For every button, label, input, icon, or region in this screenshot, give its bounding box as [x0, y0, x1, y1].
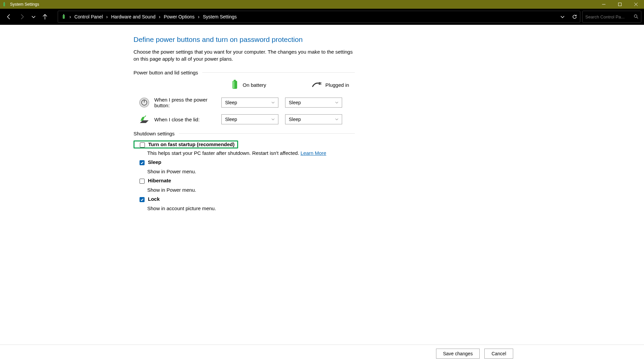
checkbox-lock[interactable] [140, 197, 145, 202]
svg-point-8 [634, 15, 637, 17]
setting-row-close-lid: When I close the lid: Sleep Sleep [133, 113, 355, 125]
chevron-down-icon [271, 118, 275, 121]
recent-locations-button[interactable] [29, 10, 38, 23]
checkbox-sleep[interactable] [140, 160, 145, 165]
section-header-shutdown: Shutdown settings [133, 131, 355, 136]
back-button[interactable] [2, 10, 15, 23]
check-desc-hibernate: Show in Power menu. [147, 187, 355, 193]
chevron-down-icon [271, 101, 275, 104]
dropdown-value: Sleep [289, 100, 301, 105]
save-changes-button[interactable]: Save changes [436, 349, 480, 359]
maximize-button[interactable] [612, 0, 628, 9]
svg-rect-0 [3, 2, 5, 6]
check-desc-text: This helps start your PC faster after sh… [147, 150, 301, 156]
breadcrumb-item-control-panel[interactable]: Control Panel [73, 13, 104, 20]
column-header-battery-label: On battery [243, 82, 266, 88]
check-desc-sleep: Show in Power menu. [147, 169, 355, 174]
chevron-down-icon [335, 101, 338, 104]
check-item-sleep[interactable]: Sleep [133, 159, 355, 166]
address-dropdown-button[interactable] [558, 13, 567, 21]
svg-rect-12 [233, 81, 234, 88]
check-item-lock[interactable]: Lock [133, 195, 355, 203]
page-description: Choose the power settings that you want … [133, 48, 355, 62]
breadcrumb-separator: › [197, 14, 200, 19]
check-label: Lock [148, 196, 160, 202]
shutdown-settings-list: Turn on fast startup (recommended) This … [133, 140, 355, 211]
dropdown-value: Sleep [225, 117, 237, 122]
checkbox-hibernate[interactable] [140, 179, 145, 184]
lid-icon [138, 113, 150, 125]
battery-icon [230, 79, 239, 90]
check-item-fast-startup[interactable]: Turn on fast startup (recommended) [133, 140, 238, 148]
check-label: Hibernate [148, 178, 171, 183]
column-header-plugged: Plugged in [306, 81, 355, 89]
minimize-button[interactable] [596, 0, 612, 9]
app-icon [2, 2, 7, 7]
section-header-power-lid: Power button and lid settings [133, 70, 355, 75]
chevron-down-icon [335, 118, 338, 121]
search-box[interactable] [582, 11, 641, 23]
breadcrumb-separator: › [158, 14, 161, 19]
column-headers: On battery Plugged in [224, 79, 355, 90]
check-label: Sleep [148, 159, 161, 165]
svg-rect-7 [63, 14, 64, 15]
breadcrumb-item-hardware-sound[interactable]: Hardware and Sound [110, 13, 157, 20]
page-title: Define power buttons and turn on passwor… [133, 36, 355, 44]
plug-icon [312, 81, 322, 89]
column-header-plugged-label: Plugged in [325, 82, 349, 88]
learn-more-link[interactable]: Learn More [301, 150, 326, 156]
power-button-plugged-dropdown[interactable]: Sleep [285, 98, 342, 108]
nav-bar: › Control Panel › Hardware and Sound › P… [0, 9, 644, 25]
power-button-icon [138, 97, 150, 109]
svg-rect-3 [619, 3, 622, 6]
setting-row-label: When I press the power button: [154, 97, 221, 108]
check-label: Turn on fast startup (recommended) [148, 141, 234, 147]
check-desc-lock: Show in account picture menu. [147, 205, 355, 211]
svg-rect-1 [4, 2, 5, 3]
search-input[interactable] [585, 14, 632, 19]
close-button[interactable] [628, 0, 644, 9]
refresh-button[interactable] [571, 13, 579, 21]
up-button[interactable] [38, 10, 52, 23]
search-icon [634, 14, 638, 20]
checkbox-fast-startup[interactable] [140, 142, 145, 147]
content-area: Define power buttons and turn on passwor… [0, 25, 644, 362]
close-lid-plugged-dropdown[interactable]: Sleep [285, 114, 342, 124]
footer: Save changes Cancel [0, 345, 644, 362]
forward-button[interactable] [15, 10, 29, 23]
svg-line-9 [637, 17, 638, 18]
location-icon [61, 13, 67, 20]
check-desc-fast-startup: This helps start your PC faster after sh… [147, 150, 355, 156]
svg-rect-11 [234, 80, 236, 81]
check-item-hibernate[interactable]: Hibernate [133, 177, 355, 184]
setting-row-label: When I close the lid: [154, 117, 221, 122]
column-header-battery: On battery [224, 79, 273, 90]
dropdown-value: Sleep [289, 117, 301, 122]
section-header-label: Shutdown settings [133, 131, 175, 136]
svg-rect-13 [319, 82, 321, 85]
cancel-button[interactable]: Cancel [484, 349, 513, 359]
title-bar: System Settings [0, 0, 644, 9]
breadcrumb-item-system-settings[interactable]: System Settings [202, 13, 238, 20]
section-header-label: Power button and lid settings [133, 70, 198, 75]
close-lid-battery-dropdown[interactable]: Sleep [221, 114, 278, 124]
power-button-battery-dropdown[interactable]: Sleep [221, 98, 278, 108]
breadcrumb-separator: › [69, 14, 72, 19]
window-title: System Settings [10, 2, 39, 7]
breadcrumb-separator: › [106, 14, 109, 19]
breadcrumb-item-power-options[interactable]: Power Options [162, 13, 196, 20]
dropdown-value: Sleep [225, 100, 237, 105]
breadcrumb[interactable]: › Control Panel › Hardware and Sound › P… [58, 11, 580, 23]
setting-row-power-button: When I press the power button: Sleep Sle… [133, 97, 355, 109]
svg-rect-6 [63, 15, 65, 19]
